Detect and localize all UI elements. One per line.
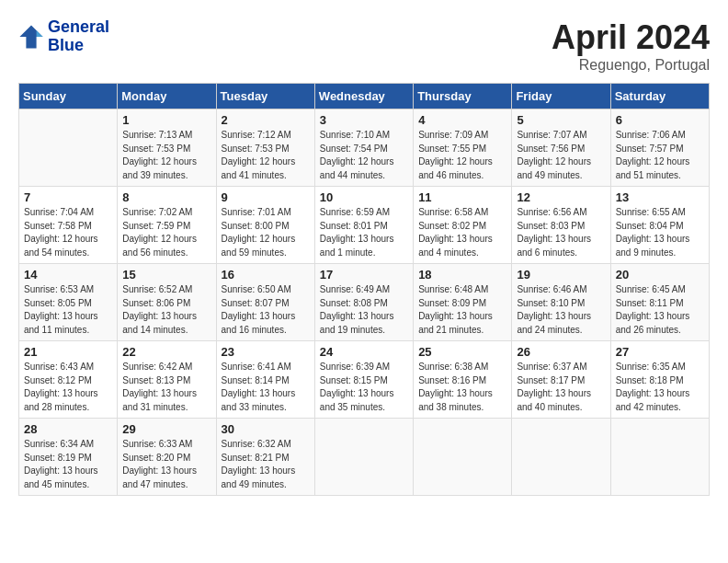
day-number: 22 [122, 345, 210, 359]
day-info: Sunrise: 7:01 AM Sunset: 8:00 PM Dayligh… [222, 206, 310, 259]
calendar-week-row: 1Sunrise: 7:13 AM Sunset: 7:53 PM Daylig… [19, 109, 710, 187]
day-info: Sunrise: 6:53 AM Sunset: 8:05 PM Dayligh… [24, 283, 112, 337]
calendar-cell: 14Sunrise: 6:53 AM Sunset: 8:05 PM Dayli… [19, 264, 118, 341]
calendar-header-row: SundayMondayTuesdayWednesdayThursdayFrid… [19, 84, 710, 109]
calendar-cell: 18Sunrise: 6:48 AM Sunset: 8:09 PM Dayli… [414, 264, 512, 341]
day-info: Sunrise: 7:10 AM Sunset: 7:54 PM Dayligh… [320, 129, 408, 182]
day-header-thursday: Thursday [414, 84, 512, 109]
calendar-cell: 7Sunrise: 7:04 AM Sunset: 7:58 PM Daylig… [19, 187, 118, 264]
day-header-monday: Monday [118, 84, 216, 109]
day-info: Sunrise: 6:38 AM Sunset: 8:16 PM Dayligh… [418, 361, 506, 414]
day-number: 9 [222, 190, 310, 204]
day-number: 21 [24, 345, 112, 359]
day-info: Sunrise: 6:45 AM Sunset: 8:11 PM Dayligh… [616, 283, 704, 337]
location-title: Reguengo, Portugal [552, 57, 710, 74]
calendar-cell [610, 419, 709, 496]
day-info: Sunrise: 6:43 AM Sunset: 8:12 PM Dayligh… [24, 361, 112, 414]
day-info: Sunrise: 6:35 AM Sunset: 8:18 PM Dayligh… [616, 361, 704, 414]
day-info: Sunrise: 7:04 AM Sunset: 7:58 PM Dayligh… [24, 206, 112, 259]
calendar-cell: 29Sunrise: 6:33 AM Sunset: 8:20 PM Dayli… [118, 419, 216, 496]
day-number: 5 [517, 113, 605, 127]
calendar-cell: 25Sunrise: 6:38 AM Sunset: 8:16 PM Dayli… [414, 341, 512, 419]
day-info: Sunrise: 6:39 AM Sunset: 8:15 PM Dayligh… [320, 361, 408, 414]
calendar-week-row: 7Sunrise: 7:04 AM Sunset: 7:58 PM Daylig… [19, 187, 710, 264]
month-title: April 2024 [552, 18, 710, 57]
day-number: 14 [24, 268, 112, 282]
calendar-cell [314, 419, 413, 496]
calendar-cell: 5Sunrise: 7:07 AM Sunset: 7:56 PM Daylig… [512, 109, 610, 187]
day-info: Sunrise: 6:59 AM Sunset: 8:01 PM Dayligh… [320, 206, 408, 259]
calendar-cell: 24Sunrise: 6:39 AM Sunset: 8:15 PM Dayli… [314, 341, 413, 419]
day-number: 13 [616, 190, 704, 204]
calendar-cell: 1Sunrise: 7:13 AM Sunset: 7:53 PM Daylig… [118, 109, 216, 187]
day-header-saturday: Saturday [610, 84, 709, 109]
calendar-table: SundayMondayTuesdayWednesdayThursdayFrid… [18, 83, 710, 496]
day-info: Sunrise: 6:34 AM Sunset: 8:19 PM Dayligh… [24, 438, 112, 491]
day-number: 23 [222, 345, 310, 359]
day-info: Sunrise: 6:55 AM Sunset: 8:04 PM Dayligh… [616, 206, 704, 259]
day-number: 3 [320, 113, 408, 127]
day-number: 29 [122, 422, 210, 436]
calendar-body: 1Sunrise: 7:13 AM Sunset: 7:53 PM Daylig… [19, 109, 710, 496]
calendar-cell: 11Sunrise: 6:58 AM Sunset: 8:02 PM Dayli… [414, 187, 512, 264]
day-number: 6 [616, 113, 704, 127]
calendar-cell: 9Sunrise: 7:01 AM Sunset: 8:00 PM Daylig… [216, 187, 314, 264]
day-header-friday: Friday [512, 84, 610, 109]
calendar-cell: 20Sunrise: 6:45 AM Sunset: 8:11 PM Dayli… [610, 264, 709, 341]
day-number: 25 [418, 345, 506, 359]
day-number: 30 [222, 422, 310, 436]
calendar-cell: 3Sunrise: 7:10 AM Sunset: 7:54 PM Daylig… [314, 109, 413, 187]
calendar-cell: 28Sunrise: 6:34 AM Sunset: 8:19 PM Dayli… [19, 419, 118, 496]
calendar-cell: 4Sunrise: 7:09 AM Sunset: 7:55 PM Daylig… [414, 109, 512, 187]
calendar-cell: 26Sunrise: 6:37 AM Sunset: 8:17 PM Dayli… [512, 341, 610, 419]
day-info: Sunrise: 7:13 AM Sunset: 7:53 PM Dayligh… [122, 129, 210, 182]
day-number: 19 [517, 268, 605, 282]
day-header-sunday: Sunday [19, 84, 118, 109]
day-number: 18 [418, 268, 506, 282]
calendar-cell [19, 109, 118, 187]
day-info: Sunrise: 6:49 AM Sunset: 8:08 PM Dayligh… [320, 283, 408, 337]
day-info: Sunrise: 6:48 AM Sunset: 8:09 PM Dayligh… [418, 283, 506, 337]
day-info: Sunrise: 6:37 AM Sunset: 8:17 PM Dayligh… [517, 361, 605, 414]
calendar-week-row: 21Sunrise: 6:43 AM Sunset: 8:12 PM Dayli… [19, 341, 710, 419]
day-header-tuesday: Tuesday [216, 84, 314, 109]
calendar-cell: 13Sunrise: 6:55 AM Sunset: 8:04 PM Dayli… [610, 187, 709, 264]
day-info: Sunrise: 6:56 AM Sunset: 8:03 PM Dayligh… [517, 206, 605, 259]
day-number: 28 [24, 422, 112, 436]
day-number: 8 [122, 190, 210, 204]
calendar-cell: 10Sunrise: 6:59 AM Sunset: 8:01 PM Dayli… [314, 187, 413, 264]
calendar-cell: 15Sunrise: 6:52 AM Sunset: 8:06 PM Dayli… [118, 264, 216, 341]
day-number: 10 [320, 190, 408, 204]
day-info: Sunrise: 7:07 AM Sunset: 7:56 PM Dayligh… [517, 129, 605, 182]
day-info: Sunrise: 6:32 AM Sunset: 8:21 PM Dayligh… [222, 438, 310, 491]
day-info: Sunrise: 6:41 AM Sunset: 8:14 PM Dayligh… [222, 361, 310, 414]
day-info: Sunrise: 7:06 AM Sunset: 7:57 PM Dayligh… [616, 129, 704, 182]
calendar-cell: 2Sunrise: 7:12 AM Sunset: 7:53 PM Daylig… [216, 109, 314, 187]
day-number: 24 [320, 345, 408, 359]
day-number: 1 [122, 113, 210, 127]
day-number: 27 [616, 345, 704, 359]
calendar-cell: 16Sunrise: 6:50 AM Sunset: 8:07 PM Dayli… [216, 264, 314, 341]
day-number: 11 [418, 190, 506, 204]
calendar-cell: 30Sunrise: 6:32 AM Sunset: 8:21 PM Dayli… [216, 419, 314, 496]
calendar-cell: 21Sunrise: 6:43 AM Sunset: 8:12 PM Dayli… [19, 341, 118, 419]
header: General Blue April 2024 Reguengo, Portug… [18, 18, 710, 74]
calendar-cell: 17Sunrise: 6:49 AM Sunset: 8:08 PM Dayli… [314, 264, 413, 341]
day-info: Sunrise: 6:58 AM Sunset: 8:02 PM Dayligh… [418, 206, 506, 259]
calendar-cell: 6Sunrise: 7:06 AM Sunset: 7:57 PM Daylig… [610, 109, 709, 187]
calendar-cell: 23Sunrise: 6:41 AM Sunset: 8:14 PM Dayli… [216, 341, 314, 419]
calendar-cell [414, 419, 512, 496]
day-info: Sunrise: 7:12 AM Sunset: 7:53 PM Dayligh… [222, 129, 310, 182]
calendar-cell: 19Sunrise: 6:46 AM Sunset: 8:10 PM Dayli… [512, 264, 610, 341]
day-info: Sunrise: 6:46 AM Sunset: 8:10 PM Dayligh… [517, 283, 605, 337]
day-number: 16 [222, 268, 310, 282]
day-number: 2 [222, 113, 310, 127]
day-number: 12 [517, 190, 605, 204]
logo-icon [18, 24, 44, 50]
logo-text: General Blue [48, 18, 109, 55]
calendar-cell: 27Sunrise: 6:35 AM Sunset: 8:18 PM Dayli… [610, 341, 709, 419]
svg-marker-1 [37, 30, 43, 37]
day-number: 20 [616, 268, 704, 282]
day-info: Sunrise: 6:33 AM Sunset: 8:20 PM Dayligh… [122, 438, 210, 491]
day-info: Sunrise: 6:50 AM Sunset: 8:07 PM Dayligh… [222, 283, 310, 337]
